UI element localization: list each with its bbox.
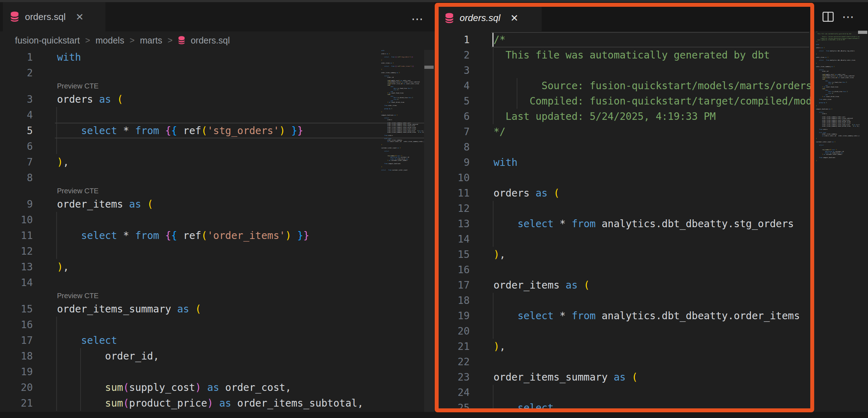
code-line[interactable]: 23order_items_summary as ( xyxy=(438,369,812,385)
line-number[interactable]: 10 xyxy=(0,214,33,226)
code-line[interactable]: 4 xyxy=(0,107,434,123)
code-line[interactable]: 11 select * from {{ ref('order_items') }… xyxy=(0,228,434,243)
line-number[interactable]: 11 xyxy=(0,230,33,241)
line-number[interactable]: 12 xyxy=(0,245,33,257)
code-line[interactable]: 7), xyxy=(0,154,434,170)
code-line[interactable]: 1/* xyxy=(438,32,812,47)
line-number[interactable]: 16 xyxy=(438,264,470,276)
line-number[interactable]: 22 xyxy=(438,356,470,368)
code-line[interactable]: 22 xyxy=(438,354,812,369)
code-line[interactable]: 25 select xyxy=(438,400,812,409)
code-line[interactable]: 9order_items as ( xyxy=(0,196,434,212)
line-number[interactable]: 12 xyxy=(438,203,470,214)
line-number[interactable]: 25 xyxy=(438,402,470,409)
split-editor-button[interactable] xyxy=(818,2,838,31)
tab-orders-sql-left[interactable]: orders.sql ✕ xyxy=(3,2,105,31)
line-number[interactable]: 10 xyxy=(438,172,470,184)
tab-orders-sql-right-preview[interactable]: orders.sql ✕ xyxy=(438,5,542,31)
code-line[interactable]: 2 xyxy=(0,65,434,81)
line-number[interactable]: 3 xyxy=(438,65,470,76)
code-line[interactable]: 24 xyxy=(438,385,812,400)
code-line[interactable]: 2 This file was automatically generated … xyxy=(438,47,812,63)
breadcrumb-item-models[interactable]: models xyxy=(95,35,124,46)
line-number[interactable]: 5 xyxy=(438,95,470,107)
line-number[interactable]: 13 xyxy=(438,218,470,230)
line-number[interactable]: 13 xyxy=(0,261,33,273)
line-number[interactable]: 20 xyxy=(0,382,33,393)
code-line[interactable]: 12 xyxy=(0,243,434,259)
more-actions-button[interactable]: ⋯ xyxy=(405,4,430,34)
line-number[interactable]: 20 xyxy=(438,325,470,337)
code-line[interactable]: 3 xyxy=(438,63,812,78)
line-number[interactable]: 18 xyxy=(0,350,33,362)
right-scrollbar-slider[interactable] xyxy=(858,31,867,34)
code-line[interactable]: 4 Source: fusion-quickstart/models/marts… xyxy=(438,78,812,93)
left-scrollbar-slider[interactable] xyxy=(424,66,434,69)
left-scrollbar-track[interactable] xyxy=(424,50,434,412)
line-number[interactable]: 9 xyxy=(438,157,470,168)
close-icon[interactable]: ✕ xyxy=(510,12,518,24)
code-line[interactable]: 11orders as ( xyxy=(438,185,812,201)
breadcrumb-item-project[interactable]: fusion-quickstart xyxy=(15,35,80,46)
close-icon[interactable]: ✕ xyxy=(76,11,84,22)
code-line[interactable]: 6 Last updated: 5/24/2025, 4:19:33 PM xyxy=(438,109,812,124)
left-minimap[interactable]: withorders as ( select * from {{ ref('st… xyxy=(381,50,424,178)
code-line[interactable]: 14 xyxy=(438,231,812,247)
code-line[interactable]: 18 order_id, xyxy=(0,348,434,364)
line-number[interactable]: 1 xyxy=(0,51,33,63)
code-line[interactable]: 14 xyxy=(0,275,434,290)
line-number[interactable]: 24 xyxy=(438,387,470,398)
code-line[interactable]: 1with xyxy=(0,49,434,65)
line-number[interactable]: 7 xyxy=(0,156,33,168)
line-number[interactable]: 1 xyxy=(438,34,470,46)
breadcrumb-item-file[interactable]: orders.sql xyxy=(191,35,230,46)
line-number[interactable]: 2 xyxy=(0,67,33,79)
line-number[interactable]: 2 xyxy=(438,49,470,61)
line-number[interactable]: 17 xyxy=(0,335,33,346)
code-line[interactable]: 6 xyxy=(0,138,434,154)
code-line[interactable]: 20 xyxy=(438,323,812,339)
code-line[interactable]: 7*/ xyxy=(438,124,812,139)
line-number[interactable]: 21 xyxy=(438,341,470,352)
line-number[interactable]: 14 xyxy=(438,233,470,245)
right-minimap[interactable]: /* This file was automatically generated… xyxy=(816,31,859,163)
code-line[interactable]: 8 xyxy=(438,139,812,155)
line-number[interactable]: 4 xyxy=(438,80,470,92)
code-line[interactable]: 21), xyxy=(438,339,812,354)
line-number[interactable]: 6 xyxy=(438,111,470,122)
code-line[interactable]: 10 xyxy=(438,170,812,185)
line-number[interactable]: 15 xyxy=(438,249,470,260)
code-line[interactable]: 13 select * from analytics.dbt_dbeatty.s… xyxy=(438,216,812,231)
code-line[interactable]: 13), xyxy=(0,259,434,275)
code-line[interactable]: 5 select * from {{ ref('stg_orders') }} xyxy=(0,123,434,138)
line-number[interactable]: 8 xyxy=(0,172,33,184)
line-number[interactable]: 8 xyxy=(438,141,470,153)
right-code-editor[interactable]: 1/*2 This file was automatically generat… xyxy=(438,32,812,409)
code-line[interactable]: 18 xyxy=(438,293,812,308)
line-number[interactable]: 16 xyxy=(0,319,33,331)
breadcrumb-item-marts[interactable]: marts xyxy=(140,35,162,46)
codelens-preview-cte[interactable]: Preview CTE xyxy=(0,290,434,301)
code-line[interactable]: 5 Compiled: fusion-quickstart/target/com… xyxy=(438,93,812,109)
code-line[interactable]: 3orders as ( xyxy=(0,91,434,107)
line-number[interactable]: 14 xyxy=(0,277,33,289)
line-number[interactable]: 9 xyxy=(0,198,33,210)
code-line[interactable]: 15order_items_summary as ( xyxy=(0,301,434,317)
line-number[interactable]: 15 xyxy=(0,303,33,315)
line-number[interactable]: 19 xyxy=(0,366,33,378)
code-line[interactable]: 17 select xyxy=(0,332,434,348)
line-number[interactable]: 5 xyxy=(0,125,33,137)
line-number[interactable]: 4 xyxy=(0,109,33,121)
code-line[interactable]: 15), xyxy=(438,247,812,262)
code-line[interactable]: 17order_items as ( xyxy=(438,277,812,293)
line-number[interactable]: 19 xyxy=(438,310,470,322)
line-number[interactable]: 18 xyxy=(438,295,470,306)
line-number[interactable]: 7 xyxy=(438,126,470,138)
codelens-preview-cte[interactable]: Preview CTE xyxy=(0,81,434,91)
line-number[interactable]: 23 xyxy=(438,371,470,383)
code-line[interactable]: 19 xyxy=(0,364,434,379)
code-line[interactable]: 9with xyxy=(438,155,812,170)
line-number[interactable]: 6 xyxy=(0,141,33,152)
code-line[interactable]: 21 sum(product_price) as order_items_sub… xyxy=(0,395,434,411)
codelens-preview-cte[interactable]: Preview CTE xyxy=(0,185,434,196)
